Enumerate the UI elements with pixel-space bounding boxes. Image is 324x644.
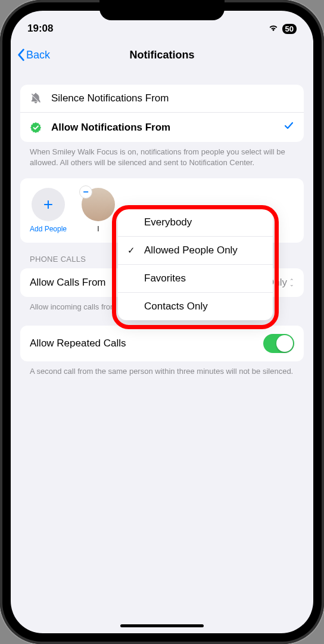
chevron-left-icon	[17, 48, 25, 61]
mode-description: When Smiley Walk Focus is on, notificati…	[20, 142, 304, 168]
repeated-calls-row: Allow Repeated Calls	[20, 326, 304, 361]
home-indicator[interactable]	[120, 624, 204, 627]
notch	[99, 0, 225, 20]
popup-option-label: Allowed People Only	[144, 244, 238, 256]
repeated-calls-label: Allow Repeated Calls	[30, 338, 126, 349]
screen: 19:08 50 Back Notifications S	[11, 11, 313, 633]
phone-frame: 19:08 50 Back Notifications S	[0, 0, 324, 644]
plus-icon: +	[32, 188, 65, 221]
contact-item[interactable]: − I	[77, 188, 119, 233]
remove-contact-button[interactable]: −	[79, 185, 92, 199]
silence-label: Silence Notifications From	[51, 92, 294, 104]
repeated-calls-toggle[interactable]	[263, 334, 294, 353]
wifi-icon	[268, 23, 279, 34]
badge-check-icon	[30, 122, 45, 134]
popup-option-contacts[interactable]: Contacts Only	[118, 293, 273, 320]
add-people-label: Add People	[30, 225, 67, 233]
allow-option[interactable]: Allow Notifications From	[20, 113, 304, 142]
toggle-knob	[276, 335, 293, 352]
silence-option[interactable]: Silence Notifications From	[20, 85, 304, 113]
nav-bar: Back Notifications	[11, 41, 313, 69]
popup-option-label: Contacts Only	[144, 301, 208, 312]
battery-indicator: 50	[282, 24, 297, 34]
add-people-button[interactable]: + Add People	[27, 188, 69, 233]
chevron-updown-icon: ⌃⌄	[289, 279, 294, 286]
checkmark-icon: ✓	[127, 245, 139, 256]
popup-option-label: Favorites	[144, 273, 186, 284]
contact-name: I	[97, 225, 99, 233]
checkmark-icon	[284, 120, 294, 134]
back-label: Back	[26, 49, 50, 61]
popup-option-everybody[interactable]: Everybody	[118, 209, 273, 237]
bell-slash-icon	[30, 92, 45, 104]
notification-mode-card: Silence Notifications From Allow Notific…	[20, 85, 304, 142]
popup-option-label: Everybody	[144, 216, 192, 228]
allow-calls-label: Allow Calls From	[30, 277, 106, 289]
calls-from-popup: Everybody ✓ Allowed People Only Favorite…	[118, 209, 273, 320]
allow-label: Allow Notifications From	[51, 122, 284, 134]
popup-option-allowed[interactable]: ✓ Allowed People Only	[118, 237, 273, 265]
back-button[interactable]: Back	[17, 48, 50, 61]
popup-option-favorites[interactable]: Favorites	[118, 265, 273, 293]
status-time: 19:08	[27, 23, 53, 35]
page-title: Notifications	[11, 49, 313, 61]
repeated-calls-description: A second call from the same person withi…	[20, 361, 304, 377]
contact-avatar: −	[82, 188, 115, 221]
